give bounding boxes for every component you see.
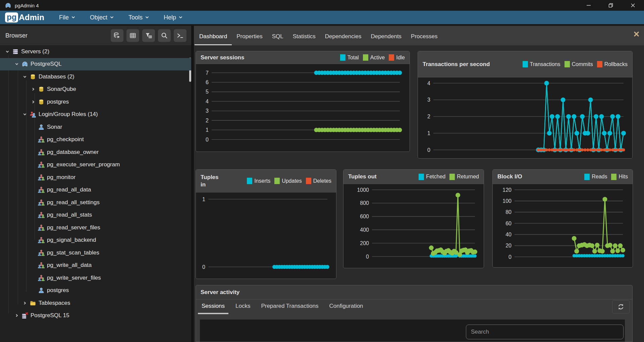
svg-text:20: 20 <box>505 243 512 248</box>
dashboard-content: Server sessions TotalActiveIdle 76543210… <box>194 45 644 342</box>
legend-item-fetched: Fetched <box>419 174 445 180</box>
tree-item-sonar[interactable]: Sonar <box>0 121 191 133</box>
tab-processes[interactable]: Processes <box>406 31 442 45</box>
tab-dashboard[interactable]: Dashboard <box>195 31 232 45</box>
legend-item-idle: Idle <box>389 54 405 61</box>
restore-button[interactable] <box>600 0 622 11</box>
logo-pg: pg <box>5 12 18 22</box>
tab-dependencies[interactable]: Dependencies <box>320 31 366 45</box>
browser-header: Browser <box>0 26 191 45</box>
sidebar-splitter[interactable] <box>191 45 194 342</box>
tree-item-pg-read-all-settings[interactable]: pg_read_all_settings <box>0 196 191 209</box>
tree-item-pg-execute-server-program[interactable]: pg_execute_server_program <box>0 159 191 171</box>
tree-item-sonarqube[interactable]: SonarQube <box>0 83 191 96</box>
legend-item-commits: Commits <box>565 61 593 67</box>
chevron-right-icon[interactable] <box>22 301 28 305</box>
tree-item-pg-write-all-data[interactable]: pg_write_all_data <box>0 259 191 272</box>
logo-admin: Admin <box>19 13 44 22</box>
legend-label: Rollbacks <box>604 61 628 67</box>
tree-item-pg-stat-scan-tables[interactable]: pg_stat_scan_tables <box>0 246 191 259</box>
group-role-icon <box>38 149 45 156</box>
legend-swatch <box>565 61 570 67</box>
chevron-right-icon[interactable] <box>31 100 36 104</box>
tree-item-pg-write-server-files[interactable]: pg_write_server_files <box>0 272 191 284</box>
chevron-right-icon[interactable] <box>31 87 36 91</box>
tree-item-pg-signal-backend[interactable]: pg_signal_backend <box>0 234 191 247</box>
psql-tool-icon <box>176 32 184 39</box>
tree-item-postgres[interactable]: postgres <box>0 284 191 297</box>
chevron-down-icon[interactable] <box>5 50 10 54</box>
tablespaces-icon <box>30 300 36 306</box>
tree-item-label: pg_read_server_files <box>47 224 100 231</box>
search-input[interactable] <box>466 325 624 339</box>
close-button[interactable] <box>622 0 644 11</box>
svg-text:0: 0 <box>202 264 205 270</box>
chevron-down-icon[interactable] <box>22 112 28 116</box>
tab-sql[interactable]: SQL <box>267 31 288 45</box>
chart-legend: ReadsHits <box>584 174 628 180</box>
tree-item-tablespaces[interactable]: Tablespaces <box>0 297 191 309</box>
block-io-panel: Block I/O ReadsHits 120100806040200 <box>492 169 633 268</box>
legend-label: Active <box>370 55 385 61</box>
svg-text:0: 0 <box>366 254 369 260</box>
tree-item-pg-read-all-data[interactable]: pg_read_all_data <box>0 184 191 196</box>
activity-tab-configuration[interactable]: Configuration <box>325 301 367 314</box>
query-tool-icon <box>113 32 121 39</box>
search-objects-button[interactable] <box>158 29 171 42</box>
svg-text:6: 6 <box>206 79 209 85</box>
filtered-rows-button[interactable] <box>142 29 155 42</box>
svg-text:400: 400 <box>360 227 369 233</box>
legend-item-deletes: Deletes <box>306 178 331 184</box>
server-activity-tabs: SessionsLocksPrepared TransactionsConfig… <box>196 299 632 314</box>
activity-tab-locks[interactable]: Locks <box>232 301 254 314</box>
menu-help[interactable]: Help <box>164 14 182 21</box>
tree-item-servers-2-[interactable]: Servers (2) <box>0 45 191 58</box>
svg-text:1: 1 <box>202 196 205 202</box>
group-role-icon <box>38 174 45 181</box>
postgresql-icon <box>21 61 28 67</box>
legend-item-rollbacks: Rollbacks <box>597 61 628 67</box>
chevron-right-icon[interactable] <box>14 314 19 318</box>
tree-item-pg-checkpoint[interactable]: pg_checkpoint <box>0 133 191 146</box>
activity-tab-sessions[interactable]: Sessions <box>198 301 228 314</box>
tab-properties[interactable]: Properties <box>232 31 267 45</box>
view-data-button[interactable] <box>126 29 139 42</box>
tab-statistics[interactable]: Statistics <box>288 31 320 45</box>
chevron-down-icon[interactable] <box>14 62 19 66</box>
menu-tools[interactable]: Tools <box>128 14 149 21</box>
tree-item-login-group-roles-14-[interactable]: Login/Group Roles (14) <box>0 108 191 121</box>
tab-dependents[interactable]: Dependents <box>366 31 406 45</box>
minimize-button[interactable] <box>578 0 600 11</box>
activity-tab-prepared-transactions[interactable]: Prepared Transactions <box>257 301 322 314</box>
tree-item-postgresql[interactable]: PostgreSQL <box>0 58 191 71</box>
group-role-icon <box>38 237 45 243</box>
menu-object[interactable]: Object <box>90 14 114 21</box>
legend-label: Returned <box>457 174 479 180</box>
psql-tool-button[interactable] <box>174 29 186 42</box>
tree-item-pg-read-server-files[interactable]: pg_read_server_files <box>0 221 191 234</box>
tree-item-pg-read-all-stats[interactable]: pg_read_all_stats <box>0 209 191 222</box>
tree-item-databases-2-[interactable]: Databases (2) <box>0 70 191 83</box>
chevron-down-icon[interactable] <box>22 75 28 79</box>
pgadmin-logo: pg Admin <box>5 12 44 22</box>
dashboard-close-button[interactable] <box>634 31 639 37</box>
tree-item-pg-monitor[interactable]: pg_monitor <box>0 171 191 184</box>
legend-label: Updates <box>282 178 302 184</box>
tree-item-pg-database-owner[interactable]: pg_database_owner <box>0 146 191 159</box>
chart-title: Block I/O <box>497 173 522 180</box>
query-tool-button[interactable] <box>111 29 123 42</box>
svg-text:4: 4 <box>427 80 430 86</box>
legend-label: Idle <box>396 55 405 61</box>
legend-item-reads: Reads <box>584 174 607 180</box>
svg-text:600: 600 <box>360 214 369 219</box>
svg-text:120: 120 <box>502 187 512 193</box>
tuples-out-chart: 10008006004002000 <box>343 184 484 268</box>
tree-item-postgresql-15[interactable]: PostgreSQL 15 <box>0 309 191 322</box>
tree-item-label: Databases (2) <box>39 73 74 80</box>
menu-bar: pg Admin File Object Tools Help <box>0 11 644 24</box>
chevron-down-icon <box>71 16 75 19</box>
refresh-button[interactable] <box>612 300 630 314</box>
menu-file[interactable]: File <box>59 14 75 21</box>
main-tab-bar: DashboardPropertiesSQLStatisticsDependen… <box>194 26 644 45</box>
tree-item-postgres[interactable]: postgres <box>0 96 191 108</box>
